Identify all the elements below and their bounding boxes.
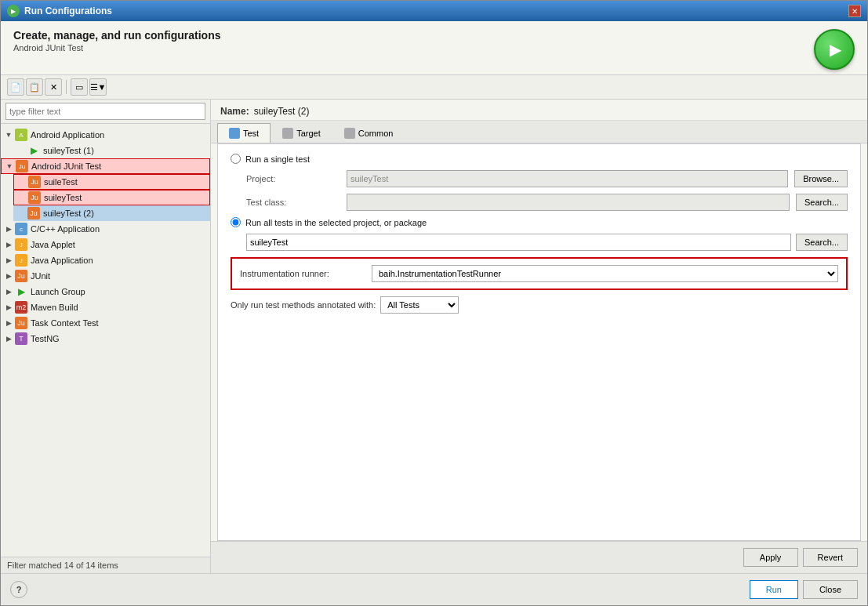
single-test-label: Run a single test	[245, 154, 310, 164]
expand-javaapp-icon: ▶	[4, 256, 13, 265]
tab-target[interactable]: Target	[271, 123, 332, 143]
expand-task-icon: ▶	[4, 318, 13, 328]
annotate-row: Only run test methods annotated with: Al…	[231, 296, 848, 314]
instrument-runner-select[interactable]: baih.InstrumentationTestRunner	[372, 265, 838, 282]
dialog-subtitle: Android JUnit Test	[13, 43, 221, 53]
instrumentation-section: Instrumentation runner: baih.Instrumenta…	[231, 257, 848, 290]
java-app-label: Java Application	[31, 256, 93, 265]
expand-cpp-icon: ▶	[4, 224, 13, 234]
content-area: ▼ A Android Application ▶ suileyTest (1)…	[1, 100, 867, 573]
filter-dropdown-button[interactable]: ☰▼	[89, 78, 107, 96]
dialog-title: Create, manage, and run configurations	[13, 29, 221, 42]
sidebar-item-maven-build[interactable]: ▶ m2 Maven Build	[1, 299, 210, 315]
test-class-field-group: Test class: Search...	[246, 194, 848, 211]
suileytest2-icon: Ju	[27, 207, 40, 220]
delete-config-button[interactable]: ✕	[45, 78, 62, 96]
help-button[interactable]: ?	[10, 581, 27, 598]
sidebar-item-android-junit[interactable]: ▼ Ju Android JUnit Test	[1, 158, 210, 174]
expand-junit-icon: ▼	[5, 161, 14, 171]
suiletest-label: suileTest	[44, 177, 78, 187]
test-class-input[interactable]	[347, 194, 790, 211]
filter-status: Filter matched 14 of 14 items	[1, 557, 210, 573]
window-close-button[interactable]: ✕	[848, 5, 861, 17]
config-toolbar: 📄 📋 ✕ ▭ ☰▼	[1, 75, 867, 100]
run-all-search-button[interactable]: Search...	[796, 234, 848, 251]
common-tab-icon	[344, 128, 355, 139]
project-input[interactable]	[347, 170, 788, 187]
sidebar-item-suiletest[interactable]: Ju suileTest	[13, 174, 210, 190]
run-all-radio[interactable]	[231, 217, 241, 227]
target-tab-icon	[282, 128, 293, 139]
revert-button[interactable]: Revert	[803, 548, 858, 567]
config-tree: ▼ A Android Application ▶ suileyTest (1)…	[1, 124, 210, 557]
new-config-button[interactable]: 📄	[7, 78, 24, 96]
run-all-label: Run all tests in the selected project, o…	[245, 218, 427, 227]
instrument-row: Instrumentation runner: baih.Instrumenta…	[240, 265, 838, 282]
annotate-label: Only run test methods annotated with:	[231, 300, 376, 310]
junit-icon: Ju	[15, 270, 27, 282]
single-test-radio[interactable]	[231, 154, 241, 164]
window-icon: ▶	[7, 5, 20, 17]
sidebar-item-launch-group[interactable]: ▶ ▶ Launch Group	[1, 284, 210, 299]
spacer	[16, 146, 26, 155]
window-title: Run Configurations	[24, 5, 112, 16]
expand-applet-icon: ▶	[4, 240, 13, 249]
sidebar-item-testng[interactable]: ▶ T TestNG	[1, 331, 210, 347]
spacer4	[16, 209, 26, 218]
cpp-label: C/C++ Application	[31, 224, 100, 234]
expand-android-icon: ▼	[4, 130, 13, 140]
suiletest-icon: Ju	[28, 176, 41, 188]
config-name-row: Name: suileyTest (2)	[211, 100, 867, 121]
project-field-group: Project: Browse...	[246, 170, 848, 187]
close-button[interactable]: Close	[803, 580, 858, 599]
launch-group-label: Launch Group	[31, 287, 85, 296]
apply-button[interactable]: Apply	[743, 548, 798, 567]
annotate-select[interactable]: All Tests SmallTest MediumTest LargeTest	[380, 296, 459, 314]
expand-maven-icon: ▶	[4, 303, 13, 312]
sidebar-item-java-application[interactable]: ▶ J Java Application	[1, 252, 210, 268]
run-button[interactable]: Run	[750, 580, 798, 599]
suileytest1-label: suileyTest (1)	[43, 146, 94, 155]
config-name-value: suileyTest (2)	[254, 106, 310, 117]
target-tab-label: Target	[296, 129, 321, 138]
project-label: Project:	[246, 174, 340, 183]
title-bar: ▶ Run Configurations ✕	[1, 1, 867, 21]
suileytest-icon: Ju	[28, 191, 41, 204]
java-app-icon: J	[15, 254, 27, 267]
run-all-input[interactable]	[246, 234, 791, 251]
common-tab-label: Common	[358, 129, 394, 138]
test-panel-content: Run a single test Project: Browse... Tes…	[217, 143, 861, 541]
sidebar-item-android-application[interactable]: ▼ A Android Application	[1, 127, 210, 143]
sidebar-item-cpp[interactable]: ▶ c C/C++ Application	[1, 221, 210, 237]
copy-config-button[interactable]: 📋	[26, 78, 43, 96]
sidebar: ▼ A Android Application ▶ suileyTest (1)…	[1, 100, 211, 573]
filter-input-wrap	[1, 100, 210, 124]
run-config-icon	[814, 29, 855, 70]
expand-junit2-icon: ▶	[4, 271, 13, 281]
tab-test[interactable]: Test	[217, 123, 271, 143]
sidebar-item-suileytest-1[interactable]: ▶ suileyTest (1)	[13, 143, 210, 158]
test-class-search-button[interactable]: Search...	[796, 194, 848, 211]
single-test-row: Run a single test	[231, 154, 848, 164]
tab-common[interactable]: Common	[332, 123, 405, 143]
filter-input[interactable]	[5, 103, 205, 120]
instrument-label: Instrumentation runner:	[240, 269, 365, 278]
android-app-icon: A	[15, 129, 27, 141]
sidebar-item-suileytest-2[interactable]: Ju suileyTest (2)	[13, 205, 210, 221]
spacer2	[17, 177, 27, 187]
launch-icon: ▶	[15, 285, 27, 298]
sidebar-item-java-applet[interactable]: ▶ J Java Applet	[1, 237, 210, 252]
expand-launch-icon: ▶	[4, 287, 13, 296]
maven-label: Maven Build	[31, 303, 78, 312]
sidebar-item-task-context-test[interactable]: ▶ Ju Task Context Test	[1, 315, 210, 331]
test-tab-icon	[229, 128, 240, 139]
expand-testng-icon: ▶	[4, 334, 13, 343]
project-browse-button[interactable]: Browse...	[794, 170, 848, 187]
android-junit-label: Android JUnit Test	[31, 161, 101, 171]
test-tab-label: Test	[243, 129, 259, 138]
test-class-label: Test class:	[246, 198, 340, 207]
collapse-all-button[interactable]: ▭	[71, 78, 88, 96]
sidebar-item-suileytest[interactable]: Ju suileyTest	[13, 190, 210, 205]
sidebar-item-junit[interactable]: ▶ Ju JUnit	[1, 268, 210, 284]
toolbar-separator-1	[66, 80, 67, 94]
